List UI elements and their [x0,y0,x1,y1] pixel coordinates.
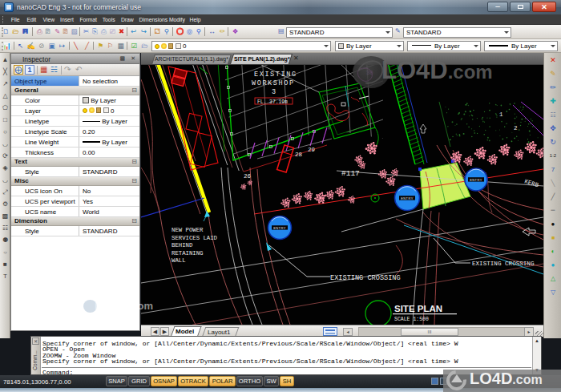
svg-text:SERVICES LAID: SERVICES LAID [172,235,218,241]
svg-text:3: 3 [272,88,276,96]
svg-text:1: 1 [499,111,503,118]
svg-text:NEW POWER: NEW POWER [172,227,204,233]
svg-text:FL. 37.19m: FL. 37.19m [257,99,288,105]
svg-text:SITE PLAN: SITE PLAN [394,304,442,313]
svg-text:ENTRY: ENTRY [273,226,285,230]
svg-text:SCALE 1:500: SCALE 1:500 [394,317,429,322]
svg-text:BEHIND: BEHIND [172,242,193,249]
svg-text:2: 2 [514,125,518,131]
svg-text:ENTRY: ENTRY [470,178,482,182]
svg-text:WALL: WALL [172,257,186,264]
svg-text:EXISTING: EXISTING [254,71,297,79]
svg-text:WORKSHOP: WORKSHOP [252,79,295,87]
svg-text:29: 29 [308,147,315,153]
svg-text:EXISTING CROSSING: EXISTING CROSSING [330,274,401,282]
svg-text:26: 26 [244,173,252,180]
svg-text:EXISTING CROSSING: EXISTING CROSSING [472,261,535,267]
svg-text:RETAINING: RETAINING [172,250,203,257]
svg-text:28: 28 [295,152,302,158]
svg-text:30: 30 [366,70,373,76]
svg-text:ENTRY: ENTRY [401,196,413,200]
svg-text:#117: #117 [341,169,360,178]
